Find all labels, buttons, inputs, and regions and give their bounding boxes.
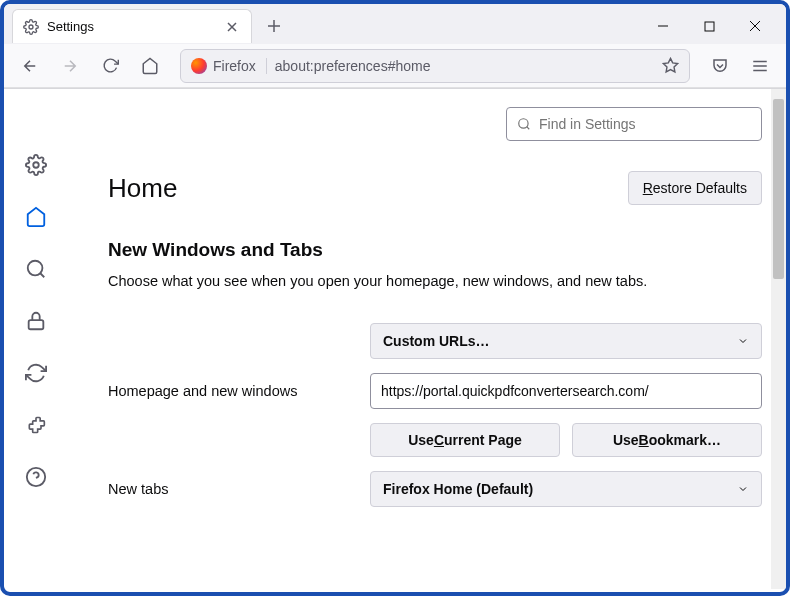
search-icon xyxy=(517,117,531,131)
settings-sidebar xyxy=(4,89,68,589)
browser-tab[interactable]: Settings xyxy=(12,9,252,43)
firefox-logo-icon xyxy=(191,58,207,74)
window-controls xyxy=(640,10,778,42)
svg-point-4 xyxy=(28,261,43,276)
url-text: about:preferences#home xyxy=(275,58,431,74)
svg-point-0 xyxy=(29,25,33,29)
tab-strip: Settings xyxy=(4,4,786,44)
section-description: Choose what you see when you open your h… xyxy=(108,271,762,293)
sidebar-sync-icon[interactable] xyxy=(20,357,52,389)
homepage-label: Homepage and new windows xyxy=(108,383,358,399)
use-bookmark-button[interactable]: Use Bookmark… xyxy=(572,423,762,457)
minimize-button[interactable] xyxy=(640,10,686,42)
homepage-url-input[interactable] xyxy=(370,373,762,409)
newtabs-label: New tabs xyxy=(108,481,358,497)
new-tab-button[interactable] xyxy=(262,14,286,38)
settings-search-box[interactable] xyxy=(506,107,762,141)
sidebar-help-icon[interactable] xyxy=(20,461,52,493)
close-icon[interactable] xyxy=(223,18,241,36)
bookmark-star-icon[interactable] xyxy=(662,57,679,74)
sidebar-home-icon[interactable] xyxy=(20,201,52,233)
back-button[interactable] xyxy=(14,50,46,82)
page-title: Home xyxy=(108,173,177,204)
main-panel: Home Restore Defaults New Windows and Ta… xyxy=(68,89,786,589)
chevron-down-icon xyxy=(737,483,749,495)
nav-toolbar: Firefox about:preferences#home xyxy=(4,44,786,88)
chevron-down-icon xyxy=(737,335,749,347)
restore-defaults-button[interactable]: Restore Defaults xyxy=(628,171,762,205)
url-bar[interactable]: Firefox about:preferences#home xyxy=(180,49,690,83)
select-value: Firefox Home (Default) xyxy=(383,481,533,497)
maximize-button[interactable] xyxy=(686,10,732,42)
svg-point-8 xyxy=(519,119,528,128)
section-title: New Windows and Tabs xyxy=(108,239,762,261)
content-area: Home Restore Defaults New Windows and Ta… xyxy=(4,89,786,589)
use-current-page-button[interactable]: Use Current Page xyxy=(370,423,560,457)
svg-rect-5 xyxy=(29,320,44,329)
settings-search-input[interactable] xyxy=(539,116,751,132)
sidebar-search-icon[interactable] xyxy=(20,253,52,285)
tab-title: Settings xyxy=(47,19,215,34)
sidebar-privacy-icon[interactable] xyxy=(20,305,52,337)
identity-box[interactable]: Firefox xyxy=(191,58,267,74)
svg-marker-2 xyxy=(663,58,677,71)
identity-label: Firefox xyxy=(213,58,256,74)
scrollbar[interactable] xyxy=(771,89,786,589)
pocket-button[interactable] xyxy=(704,50,736,82)
window-chrome: Settings Firefox about:preferences#home xyxy=(4,4,786,89)
close-window-button[interactable] xyxy=(732,10,778,42)
sidebar-general-icon[interactable] xyxy=(20,149,52,181)
svg-point-3 xyxy=(33,162,39,168)
scrollbar-thumb[interactable] xyxy=(773,99,784,279)
reload-button[interactable] xyxy=(94,50,126,82)
newtabs-select[interactable]: Firefox Home (Default) xyxy=(370,471,762,507)
forward-button[interactable] xyxy=(54,50,86,82)
home-button[interactable] xyxy=(134,50,166,82)
select-value: Custom URLs… xyxy=(383,333,490,349)
gear-icon xyxy=(23,19,39,35)
sidebar-extensions-icon[interactable] xyxy=(20,409,52,441)
app-menu-button[interactable] xyxy=(744,50,776,82)
svg-rect-1 xyxy=(705,22,714,31)
homepage-mode-select[interactable]: Custom URLs… xyxy=(370,323,762,359)
